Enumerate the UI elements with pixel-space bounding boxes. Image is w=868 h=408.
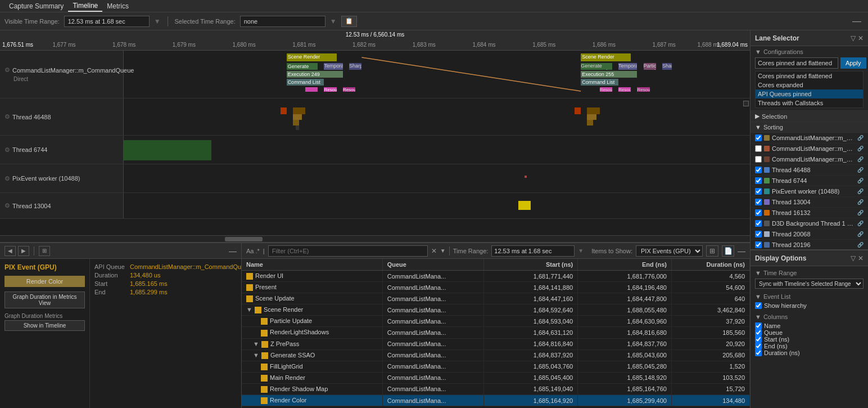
column-checkbox-label[interactable]: End (ns)	[755, 343, 864, 349]
table-row[interactable]: Main Render CommandListMana... 1,685,045…	[242, 372, 750, 383]
time-range-input[interactable]	[491, 245, 575, 257]
lane-list-item[interactable]: Thread 6744 🔗	[751, 176, 868, 186]
expand-icon[interactable]: ▼	[246, 306, 252, 313]
lane-list-item[interactable]: CommandListManager::m_Cor 🔗	[751, 133, 868, 144]
minimize-button[interactable]: —	[850, 16, 864, 26]
lane-list-item[interactable]: PixEvent worker (10488) 🔗	[751, 186, 868, 197]
col-header-end[interactable]: End (ns)	[578, 259, 672, 271]
copy-button[interactable]: 📋	[341, 16, 357, 27]
columns-section-header[interactable]: ▼ Columns	[755, 313, 864, 320]
col-header-name[interactable]: Name	[242, 259, 382, 271]
config-option-1[interactable]: Cores expanded	[756, 80, 863, 89]
column-checkbox[interactable]	[755, 336, 762, 343]
lane-header-thread6744[interactable]: ⚙ Thread 6744	[0, 136, 124, 164]
lane-content-thread13004[interactable]	[124, 193, 750, 218]
lane-link-icon[interactable]: 🔗	[857, 167, 864, 173]
lane-checkbox[interactable]	[755, 188, 762, 195]
lane-checkbox[interactable]	[755, 199, 762, 205]
lane-link-icon[interactable]: 🔗	[857, 221, 864, 226]
config-option-0[interactable]: Cores pinned and flattened	[756, 71, 863, 80]
col-header-duration[interactable]: Duration (ns)	[671, 259, 749, 271]
lane-content-commandlist[interactable]: Scene Render Generate Camera Velo Tempor…	[124, 51, 750, 98]
scroll-thumb[interactable]	[225, 237, 263, 241]
column-checkbox[interactable]	[755, 322, 762, 329]
table-row[interactable]: Render Shadow Map CommandListMana... 1,6…	[242, 383, 750, 394]
filter-input[interactable]	[268, 245, 428, 257]
config-option-2[interactable]: API Queues pinned	[756, 89, 863, 98]
sorting-section[interactable]: ▼ Sorting	[751, 122, 868, 133]
lane-checkbox[interactable]	[755, 134, 762, 141]
show-hierarchy-label[interactable]: Show hierarchy	[755, 302, 864, 309]
table-row[interactable]: Render Color CommandListMana... 1,685,16…	[242, 395, 750, 406]
lane-link-icon[interactable]: 🔗	[857, 242, 864, 248]
table-row[interactable]: FillLightGrid CommandListMana... 1,685,0…	[242, 361, 750, 372]
table-row[interactable]: ▼Generate SSAO CommandListMana... 1,684,…	[242, 349, 750, 361]
time-range-select[interactable]: Sync with Timeline's Selected Range	[755, 279, 864, 289]
detail-minimize[interactable]: —	[229, 246, 237, 255]
table-row[interactable]: Render UI CommandListMana... 1,681,771,4…	[242, 271, 750, 282]
show-hierarchy-checkbox[interactable]	[755, 302, 762, 309]
lane-link-icon[interactable]: 🔗	[857, 156, 864, 162]
column-checkbox[interactable]	[755, 343, 762, 349]
selection-section[interactable]: ▶ Selection	[751, 111, 868, 122]
nav-timeline[interactable]: Timeline	[68, 1, 102, 12]
export-button[interactable]: 📄	[722, 245, 734, 257]
selected-time-input[interactable]	[240, 16, 326, 27]
graph-duration-button[interactable]: Graph Duration in Metrics View	[4, 292, 85, 308]
lane-checkbox[interactable]	[755, 209, 762, 216]
config-name-input[interactable]	[755, 57, 838, 69]
events-minimize[interactable]: —	[738, 246, 745, 255]
filter-chevron[interactable]: ▼	[440, 248, 446, 254]
col-header-start[interactable]: Start (ns)	[484, 259, 578, 271]
lane-header-thread46488[interactable]: ⚙ Thread 46488	[0, 98, 124, 135]
lane-list-item[interactable]: CommandListManager::m_Cor 🔗	[751, 144, 868, 154]
table-row[interactable]: ▼Scene Render CommandListMana... 1,684,5…	[242, 304, 750, 316]
items-select[interactable]: PIX Events (GPU)	[636, 245, 703, 257]
lane-header-commandlist[interactable]: ⚙ CommandListManager::m_CommandQueue Dir…	[0, 51, 124, 98]
config-option-3[interactable]: Threads with Callstacks	[756, 98, 863, 107]
nav-capture-summary[interactable]: Capture Summary	[4, 1, 68, 11]
visible-time-input[interactable]	[64, 16, 150, 27]
show-in-timeline-button[interactable]: Show in Timeline	[4, 320, 85, 331]
column-checkbox-label[interactable]: Name	[755, 322, 864, 329]
grid-button[interactable]: ⊞	[39, 246, 50, 256]
column-checkbox[interactable]	[755, 329, 762, 336]
filter-clear-button[interactable]: ✕	[431, 247, 437, 255]
column-checkbox-label[interactable]: Duration (ns)	[755, 349, 864, 356]
lane-link-icon[interactable]: 🔗	[857, 231, 864, 237]
lane-list-item[interactable]: Thread 20196 🔗	[751, 240, 868, 249]
lane-link-icon[interactable]: 🔗	[857, 210, 864, 216]
table-row[interactable]: ▼Z PrePass CommandListMana... 1,684,816,…	[242, 338, 750, 349]
apply-button[interactable]: Apply	[840, 57, 866, 69]
event-list-section-header[interactable]: ▼ Event List	[755, 293, 864, 300]
lane-link-icon[interactable]: 🔗	[857, 199, 864, 205]
column-checkbox-label[interactable]: Start (ns)	[755, 336, 864, 343]
lane-list-item[interactable]: CommandListManager::m_Cor 🔗	[751, 154, 868, 165]
lane-content-thread46488[interactable]	[124, 98, 750, 135]
table-row[interactable]: Scene Update CommandListMana... 1,684,44…	[242, 293, 750, 304]
lane-link-icon[interactable]: 🔗	[857, 189, 864, 194]
table-row[interactable]: Particle Update CommandListMana... 1,684…	[242, 316, 750, 327]
lane-content-pixevent[interactable]	[124, 164, 750, 192]
prev-button[interactable]: ◀	[4, 246, 16, 256]
lane-list-item[interactable]: D3D Background Thread 1 (17 🔗	[751, 218, 868, 229]
lane-checkbox[interactable]	[755, 145, 762, 152]
lane-list-item[interactable]: Thread 46488 🔗	[751, 165, 868, 176]
table-row[interactable]: RenderLightShadows CommandListMana... 1,…	[242, 327, 750, 338]
lane-selector-close-icon[interactable]: ✕	[858, 34, 864, 42]
lane-checkbox[interactable]	[755, 156, 762, 163]
lane-link-icon[interactable]: 🔗	[857, 146, 864, 151]
lane-content-thread6744[interactable]	[124, 136, 750, 164]
next-button[interactable]: ▶	[18, 246, 29, 256]
lane-selector-filter-icon[interactable]: ▽	[851, 34, 856, 42]
expand-icon[interactable]: ▼	[253, 352, 259, 358]
time-range-section-header[interactable]: ▼ Time Range	[755, 270, 864, 276]
lane-checkbox[interactable]	[755, 231, 762, 237]
nav-metrics[interactable]: Metrics	[102, 1, 133, 11]
lane-checkbox[interactable]	[755, 167, 762, 173]
columns-button[interactable]: ⊞	[706, 245, 718, 257]
column-checkbox-label[interactable]: Queue	[755, 329, 864, 336]
lane-checkbox[interactable]	[755, 241, 762, 248]
col-header-queue[interactable]: Queue	[382, 259, 484, 271]
configurations-header[interactable]: ▼ Configurations	[755, 48, 864, 55]
